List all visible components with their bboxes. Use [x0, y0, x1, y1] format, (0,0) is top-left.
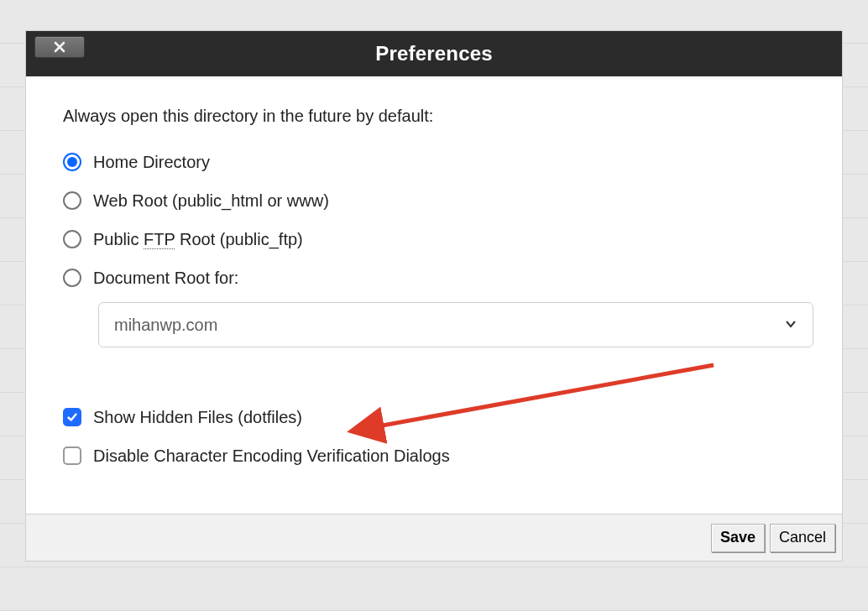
dialog-footer: Save Cancel	[26, 514, 842, 561]
domain-select-value: mihanwp.com	[114, 316, 217, 335]
radio-row-publicftp[interactable]: Public FTP Root (public_ftp)	[63, 220, 805, 258]
publicftp-ftp-abbr: FTP	[144, 230, 175, 249]
radio-row-webroot[interactable]: Web Root (public_html or www)	[63, 181, 805, 220]
close-icon	[54, 41, 65, 53]
dialog-title: Preferences	[375, 42, 493, 65]
save-button[interactable]: Save	[711, 524, 765, 552]
radio-label-home[interactable]: Home Directory	[93, 154, 210, 170]
chevron-down-icon	[784, 316, 797, 335]
cancel-button[interactable]: Cancel	[770, 524, 835, 552]
dialog-content: Always open this directory in the future…	[26, 76, 842, 514]
publicftp-suffix: Root (public_ftp)	[175, 230, 302, 248]
radio-docroot[interactable]	[63, 269, 81, 287]
radio-label-publicftp[interactable]: Public FTP Root (public_ftp)	[93, 231, 303, 248]
checkbox-label-hidden[interactable]: Show Hidden Files (dotfiles)	[93, 409, 302, 426]
radio-home[interactable]	[63, 153, 81, 171]
radio-publicftp[interactable]	[63, 230, 81, 248]
domain-select[interactable]: mihanwp.com	[98, 302, 813, 347]
checkbox-label-encoding[interactable]: Disable Character Encoding Verification …	[93, 447, 450, 464]
check-row-hidden[interactable]: Show Hidden Files (dotfiles)	[63, 398, 805, 436]
close-button[interactable]	[34, 36, 85, 58]
radio-row-home[interactable]: Home Directory	[63, 143, 805, 181]
radio-label-docroot[interactable]: Document Root for:	[93, 269, 238, 286]
radio-webroot[interactable]	[63, 191, 81, 210]
check-row-encoding[interactable]: Disable Character Encoding Verification …	[63, 436, 805, 475]
checkbox-disable-encoding[interactable]	[63, 446, 81, 465]
checkbox-show-hidden[interactable]	[63, 408, 81, 426]
preferences-dialog: Preferences Always open this directory i…	[25, 30, 843, 561]
radio-label-webroot[interactable]: Web Root (public_html or www)	[93, 192, 329, 209]
dialog-titlebar: Preferences	[26, 31, 842, 76]
check-icon	[66, 411, 78, 423]
radio-row-docroot[interactable]: Document Root for:	[63, 258, 805, 297]
publicftp-prefix: Public	[93, 230, 144, 248]
spacer	[63, 347, 805, 398]
intro-text: Always open this directory in the future…	[63, 107, 805, 126]
domain-select-wrap: mihanwp.com	[98, 302, 805, 347]
